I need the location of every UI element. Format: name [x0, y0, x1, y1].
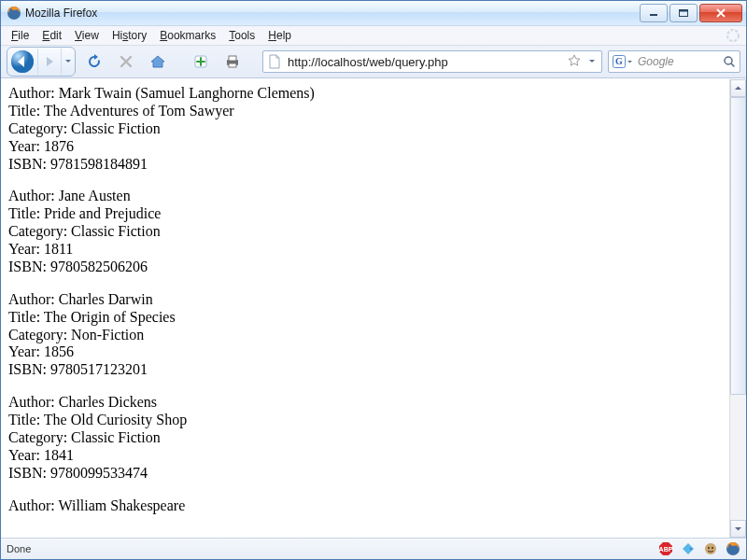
- content-area: Author: Mark Twain (Samuel Langhorne Cle…: [1, 78, 746, 538]
- svg-point-18: [712, 547, 713, 549]
- svg-rect-10: [229, 63, 236, 67]
- search-go-icon[interactable]: [723, 55, 736, 68]
- search-box[interactable]: G: [608, 50, 740, 73]
- book-category: Category: Classic Fiction: [8, 120, 722, 138]
- page-icon: [267, 54, 282, 69]
- vertical-scrollbar[interactable]: [729, 79, 746, 538]
- menu-edit[interactable]: Edit: [35, 28, 68, 43]
- maximize-button[interactable]: [669, 4, 698, 22]
- menubar: File Edit View History Bookmarks Tools H…: [1, 26, 746, 46]
- svg-rect-1: [650, 14, 657, 16]
- stop-button[interactable]: [113, 49, 139, 75]
- book-title: Title: Pride and Prejudice: [8, 205, 722, 223]
- book-isbn: ISBN: 9780582506206: [8, 259, 722, 276]
- firefox-window: Mozilla Firefox File Edit View History B…: [0, 0, 747, 560]
- book-category: Category: Classic Fiction: [8, 429, 722, 447]
- firefox-status-icon[interactable]: [726, 541, 740, 556]
- history-dropdown-icon[interactable]: [61, 49, 75, 75]
- svg-point-4: [727, 30, 739, 41]
- book-category: Category: Classic Fiction: [8, 223, 722, 241]
- back-forward-group: [7, 47, 76, 77]
- scroll-track[interactable]: [730, 97, 746, 520]
- search-input[interactable]: [636, 54, 720, 69]
- book-category: Category: Non-Fiction: [8, 327, 722, 344]
- book-year: Year: 1876: [8, 138, 722, 156]
- address-bar[interactable]: [262, 50, 602, 73]
- print-button[interactable]: [219, 49, 246, 75]
- book-entry: Author: Charles DickensTitle: The Old Cu…: [8, 394, 722, 482]
- search-engine-selector[interactable]: G: [613, 55, 633, 68]
- close-button[interactable]: [699, 4, 742, 22]
- nav-toolbar: G: [1, 46, 746, 78]
- bookmark-add-button[interactable]: [188, 49, 214, 75]
- menu-help[interactable]: Help: [261, 28, 298, 43]
- svg-text:ABP: ABP: [659, 546, 673, 553]
- book-author: Author: Charles Dickens: [8, 394, 722, 412]
- back-button[interactable]: [7, 49, 37, 75]
- book-isbn: ISBN: 9780099533474: [8, 465, 722, 483]
- book-isbn: ISBN: 9780517123201: [8, 361, 722, 379]
- statusbar: Done ABP: [1, 538, 746, 559]
- menu-tools[interactable]: Tools: [222, 28, 261, 43]
- reload-button[interactable]: [81, 49, 107, 75]
- forward-button[interactable]: [37, 49, 61, 75]
- book-entry: Author: William Shakespeare: [8, 497, 722, 515]
- book-year: Year: 1811: [8, 241, 722, 259]
- home-button[interactable]: [145, 49, 171, 75]
- book-author: Author: Charles Darwin: [8, 291, 722, 309]
- book-isbn: ISBN: 9781598184891: [8, 156, 722, 174]
- menu-file[interactable]: File: [5, 28, 35, 43]
- menu-view[interactable]: View: [68, 28, 106, 43]
- book-title: Title: The Origin of Species: [8, 309, 722, 327]
- book-author: Author: Jane Austen: [8, 188, 722, 205]
- scroll-down-button[interactable]: [730, 520, 746, 538]
- book-title: Title: The Adventures of Tom Sawyer: [8, 103, 722, 120]
- adblock-icon[interactable]: ABP: [658, 541, 673, 556]
- book-entry: Author: Charles DarwinTitle: The Origin …: [8, 291, 722, 379]
- svg-rect-9: [229, 56, 236, 61]
- book-year: Year: 1841: [8, 447, 722, 465]
- svg-rect-3: [680, 10, 688, 12]
- extension-diamond-icon[interactable]: [681, 541, 696, 556]
- menu-bookmarks[interactable]: Bookmarks: [153, 28, 222, 43]
- window-title: Mozilla Firefox: [25, 7, 640, 20]
- scroll-up-button[interactable]: [730, 79, 746, 97]
- svg-point-17: [708, 547, 710, 549]
- book-entry: Author: Jane AustenTitle: Pride and Prej…: [8, 188, 722, 275]
- book-title: Title: The Old Curiosity Shop: [8, 412, 722, 429]
- url-dropdown-icon[interactable]: [586, 58, 598, 65]
- menu-history[interactable]: History: [106, 28, 153, 43]
- status-text: Done: [7, 543, 31, 554]
- svg-text:G: G: [615, 56, 623, 66]
- scroll-thumb[interactable]: [730, 97, 746, 395]
- book-year: Year: 1856: [8, 343, 722, 361]
- firefox-icon: [7, 6, 21, 21]
- bookmark-star-icon[interactable]: [568, 54, 583, 69]
- book-author: Author: Mark Twain (Samuel Langhorne Cle…: [8, 85, 722, 103]
- titlebar: Mozilla Firefox: [1, 1, 746, 26]
- page-content: Author: Mark Twain (Samuel Langhorne Cle…: [1, 79, 729, 538]
- minimize-button[interactable]: [640, 4, 668, 22]
- book-author: Author: William Shakespeare: [8, 497, 722, 515]
- svg-point-16: [705, 543, 716, 554]
- book-entry: Author: Mark Twain (Samuel Langhorne Cle…: [8, 85, 722, 173]
- url-input[interactable]: [286, 54, 564, 70]
- extension-monkey-icon[interactable]: [703, 541, 718, 556]
- activity-throbber-icon: [726, 28, 740, 43]
